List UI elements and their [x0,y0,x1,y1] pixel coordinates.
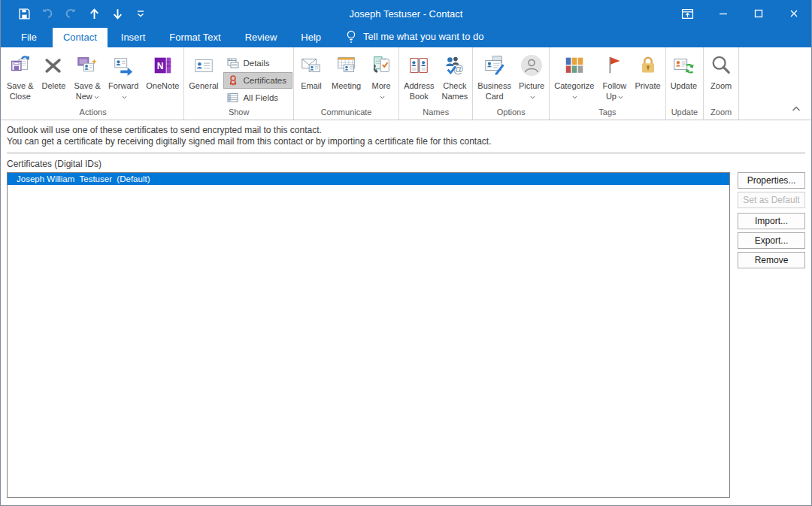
maximize-button[interactable] [741,0,776,27]
ribbon-group-tags: Categorize FollowUp Private Tags [550,47,665,120]
general-button[interactable]: General [185,50,222,91]
ribbon-group-communicate: Email Meeting More Communicate [294,47,399,120]
save-close-icon [9,53,32,78]
dropdown-chevron-icon [618,95,623,99]
side-button[interactable]: Import... [738,213,805,229]
collapse-ribbon-button[interactable] [792,102,801,115]
group-label-zoom: Zoom [704,106,738,120]
categorize-button[interactable]: Categorize [550,50,598,102]
ribbon-group-names: AddressBook @ CheckNames Names [399,47,473,120]
follow-up-icon [603,53,626,78]
picture-button[interactable]: Picture [515,50,548,102]
next-item-icon[interactable] [109,5,126,22]
private-lock-icon [637,53,659,78]
address-book-button[interactable]: AddressBook [400,50,438,102]
categorize-icon [563,53,586,78]
outlook-contact-window: Joseph Testuser - Contact File Contact I… [0,0,812,506]
picture-icon [520,53,544,78]
check-names-icon: @ [444,53,466,78]
group-label-names: Names [400,106,471,120]
certificates-page: Outlook will use one of these certificat… [1,120,811,505]
certificate-list-item[interactable]: Joseph William Testuser (Default) [8,173,729,185]
meeting-button[interactable]: Meeting [328,50,365,91]
tab-format-text[interactable]: Format Text [159,28,231,47]
all-fields-icon [227,92,239,104]
dropdown-chevron-icon [94,95,99,99]
minimize-button[interactable] [705,0,741,27]
side-button[interactable]: Set as Default [738,192,805,208]
group-label-options: Options [474,106,548,120]
ribbon-group-zoom: Zoom Zoom [704,47,739,120]
more-icon [370,53,392,78]
zoom-icon [710,53,732,78]
business-card-button[interactable]: BusinessCard [474,50,515,102]
group-label-tags: Tags [550,106,664,120]
dropdown-chevron-icon [122,95,127,99]
email-button[interactable]: Email [295,50,328,91]
group-label-actions: Actions [3,106,183,120]
side-button[interactable]: Export... [738,232,805,249]
forward-icon [112,53,135,78]
tab-contact[interactable]: Contact [53,28,108,47]
dropdown-chevron-icon [380,95,385,99]
certificate-actions-column: Properties... Set as Default Import... E… [738,172,805,498]
check-names-button[interactable]: @ CheckNames [438,50,471,102]
details-icon [227,57,239,69]
email-icon [300,53,323,78]
info-line-2: You can get a certificate by receiving d… [7,136,805,147]
group-label-communicate: Communicate [295,106,398,120]
save-new-button[interactable]: Save &New [70,50,104,102]
update-button[interactable]: Update [667,50,701,91]
undo-icon[interactable] [39,5,56,22]
business-card-icon [483,53,506,78]
svg-text:N: N [157,61,164,71]
certificates-button[interactable]: Certificates [223,72,292,89]
lightbulb-icon [345,29,357,44]
ribbon-group-show: General Details Certificates All Fields [184,47,294,120]
delete-icon [43,53,64,78]
side-button[interactable]: Remove [738,252,805,268]
tell-me-box[interactable]: Tell me what you want to do [333,29,491,47]
update-icon [672,53,695,78]
ribbon-display-options-button[interactable] [670,0,705,27]
dropdown-chevron-icon [572,95,577,99]
save-icon[interactable] [16,5,32,22]
ribbon-group-options: BusinessCard Picture Options [473,47,550,120]
ribbon-group-actions: Save &Close Delete Save &New [2,47,184,120]
previous-item-icon[interactable] [86,5,102,22]
tab-review[interactable]: Review [235,28,288,47]
address-book-icon [408,53,430,78]
onenote-button[interactable]: N OneNote [142,50,183,91]
tab-file[interactable]: File [8,28,50,47]
all-fields-button[interactable]: All Fields [223,89,292,106]
certificates-list-label: Certificates (Digital IDs) [7,159,805,169]
more-button[interactable]: More [365,50,398,102]
tab-insert[interactable]: Insert [111,28,156,47]
title-bar: Joseph Testuser - Contact [1,0,811,27]
section-divider [7,153,805,153]
group-label-update: Update [667,106,702,120]
tell-me-label: Tell me what you want to do [363,31,483,42]
redo-icon[interactable] [62,5,79,22]
customize-quick-access-toolbar-icon[interactable] [132,5,149,22]
save-new-icon [76,53,98,78]
close-button[interactable] [776,0,811,27]
certificates-icon [227,74,239,86]
zoom-button[interactable]: Zoom [704,50,738,91]
ribbon-tab-bar: File Contact Insert Format Text Review H… [1,27,811,47]
quick-access-toolbar [1,5,149,22]
certificates-listbox[interactable]: Joseph William Testuser (Default) [7,172,730,498]
window-controls [670,0,811,27]
private-button[interactable]: Private [631,50,664,91]
ribbon: Save &Close Delete Save &New [1,47,811,120]
save-close-button[interactable]: Save &Close [3,50,37,102]
tab-help[interactable]: Help [290,28,332,47]
group-label-show: Show [185,106,292,120]
follow-up-button[interactable]: FollowUp [598,50,631,102]
side-button[interactable]: Properties... [738,172,805,189]
forward-button[interactable]: Forward [105,50,142,102]
dropdown-chevron-icon [530,95,535,99]
general-icon [192,53,215,78]
details-button[interactable]: Details [223,55,292,71]
delete-button[interactable]: Delete [37,50,70,91]
